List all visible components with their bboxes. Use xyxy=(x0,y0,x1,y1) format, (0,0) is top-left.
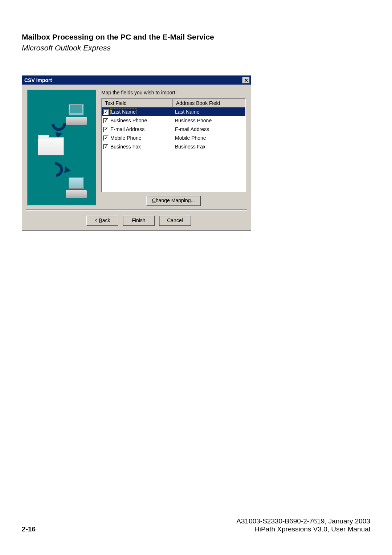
checkbox-icon[interactable] xyxy=(103,135,109,141)
field-mapping-list[interactable]: Text Field Address Book Field Last Name … xyxy=(101,98,246,192)
list-item[interactable]: Business Fax Business Fax xyxy=(102,142,245,151)
page-number: 2-16 xyxy=(22,525,36,533)
close-icon[interactable]: ✕ xyxy=(242,77,250,83)
wizard-graphic xyxy=(27,90,96,206)
doc-title-line: HiPath Xpressions V3.0, User Manual xyxy=(236,525,370,533)
col-text-field[interactable]: Text Field xyxy=(102,99,173,107)
list-item[interactable]: Last Name Last Name xyxy=(102,107,245,116)
doc-id-line: A31003-S2330-B690-2-7619, January 2003 xyxy=(236,517,370,525)
change-mapping-button[interactable]: Change Mapping... xyxy=(146,196,201,206)
titlebar: CSV Import ✕ xyxy=(22,76,251,85)
col-address-book-field[interactable]: Address Book Field xyxy=(173,99,245,107)
back-button[interactable]: < Back xyxy=(86,216,118,226)
csv-import-dialog: CSV Import ✕ Map the fields you wish to … xyxy=(22,76,251,230)
list-item[interactable]: E-mail Address E-mail Address xyxy=(102,125,245,134)
page-footer: 2-16 A31003-S2330-B690-2-7619, January 2… xyxy=(22,517,370,533)
checkbox-icon[interactable] xyxy=(103,109,109,115)
page-subheading: Microsoft Outlook Express xyxy=(22,44,370,52)
map-fields-label: Map the fields you wish to import: xyxy=(101,90,246,95)
checkbox-icon[interactable] xyxy=(103,144,109,150)
checkbox-icon[interactable] xyxy=(103,118,109,123)
finish-button[interactable]: Finish xyxy=(123,216,155,226)
checkbox-icon[interactable] xyxy=(103,127,109,132)
list-item[interactable]: Business Phone Business Phone xyxy=(102,116,245,125)
cancel-button[interactable]: Cancel xyxy=(159,216,191,226)
list-header: Text Field Address Book Field xyxy=(102,99,245,107)
page-heading: Mailbox Processing on the PC and the E-M… xyxy=(22,33,370,41)
dialog-title: CSV Import xyxy=(24,77,52,83)
list-item[interactable]: Mobile Phone Mobile Phone xyxy=(102,134,245,142)
